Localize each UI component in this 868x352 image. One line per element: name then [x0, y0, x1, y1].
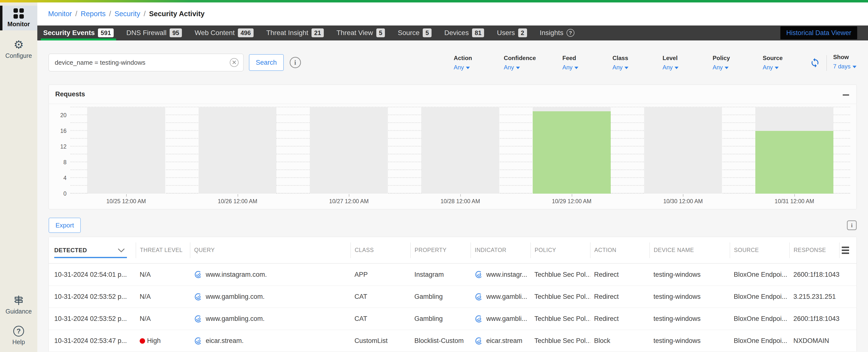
table-info-icon[interactable]: i	[847, 220, 857, 230]
filter-action[interactable]: ActionAny	[454, 55, 477, 71]
x-axis-label: 10/26 12:00 AM	[182, 198, 293, 205]
cell-text: 2600:1f18:1043...	[794, 315, 839, 323]
x-axis-tick	[794, 194, 795, 197]
chart-day-column	[182, 107, 293, 193]
sidebar-item-guidance[interactable]: Guidance	[0, 295, 37, 315]
sidebar-item-monitor[interactable]: Monitor	[0, 6, 37, 30]
filter-value[interactable]: Any	[763, 64, 786, 71]
table-header-row: DetectedThreat LevelQueryClassPropertyIn…	[49, 237, 857, 263]
day-band	[310, 107, 388, 193]
chevron-down-icon	[516, 67, 520, 69]
column-header-indicator[interactable]: Indicator	[471, 242, 530, 258]
filter-value[interactable]: Any	[613, 64, 636, 71]
show-range-dropdown[interactable]: Show 7 days	[833, 54, 857, 70]
dossier-lookup-icon[interactable]	[474, 337, 483, 345]
chart-day-column	[627, 107, 739, 193]
chevron-down-icon	[775, 67, 779, 69]
filter-selected-value: Any	[713, 64, 723, 71]
dossier-lookup-icon[interactable]	[194, 337, 203, 345]
monitor-grid-icon	[13, 8, 24, 19]
tab-web-content[interactable]: Web Content496	[195, 26, 254, 40]
breadcrumb-link-security[interactable]: Security	[114, 10, 140, 17]
cell-text: Redirect	[594, 271, 619, 278]
filter-policy[interactable]: PolicyAny	[713, 55, 736, 71]
cell-text: www.gambli...	[486, 315, 527, 323]
filter-feed[interactable]: FeedAny	[562, 55, 586, 71]
filter-value[interactable]: Any	[562, 64, 586, 71]
dossier-lookup-icon[interactable]	[474, 292, 483, 301]
x-axis-tick	[126, 194, 127, 197]
cell-text: Blocklist-Custom	[414, 337, 464, 345]
column-settings-button[interactable]	[839, 242, 850, 258]
breadcrumb-current: Security Activity	[149, 10, 205, 17]
column-header-property[interactable]: Property	[410, 242, 471, 258]
historical-data-viewer-button[interactable]: Historical Data Viewer	[780, 27, 857, 39]
breadcrumb-link-monitor[interactable]: Monitor	[48, 10, 72, 17]
search-info-icon[interactable]: i	[290, 57, 301, 68]
filter-level[interactable]: LevelAny	[662, 55, 686, 71]
dossier-lookup-icon[interactable]	[194, 315, 203, 323]
tab-devices[interactable]: Devices81	[444, 26, 484, 40]
table-row[interactable]: 10-31-2024 02:54:01 p...N/Awww.instagram…	[49, 263, 857, 286]
tab-insights[interactable]: Insights?	[540, 26, 575, 40]
dossier-lookup-icon[interactable]	[474, 315, 483, 323]
x-axis-label: 10/29 12:00 AM	[516, 198, 627, 205]
column-header-detected[interactable]: Detected	[49, 242, 136, 258]
chart-day-column	[739, 107, 850, 193]
filter-confidence[interactable]: ConfidenceAny	[504, 55, 536, 71]
filter-value[interactable]: Any	[504, 64, 536, 71]
chart-day-column	[405, 107, 516, 193]
cell-text: N/A	[140, 315, 151, 323]
clear-search-icon[interactable]: ✕	[230, 58, 239, 67]
filter-list: ActionAnyConfidenceAnyFeedAnyClassAnyLev…	[454, 55, 786, 71]
cell-text: testing-windows	[653, 337, 701, 345]
collapse-panel-button[interactable]	[842, 92, 850, 97]
column-header-action[interactable]: Action	[590, 242, 650, 258]
tab-security-events[interactable]: Security Events591	[43, 26, 114, 40]
filter-source[interactable]: SourceAny	[763, 55, 786, 71]
search-input[interactable]	[49, 54, 244, 71]
filter-value[interactable]: Any	[713, 64, 736, 71]
column-header-threat-level[interactable]: Threat Level	[136, 242, 190, 258]
tab-dns-firewall[interactable]: DNS Firewall95	[126, 26, 182, 40]
column-header-query[interactable]: Query	[190, 242, 350, 258]
tab-count-badge: 81	[472, 28, 484, 37]
tab-threat-view[interactable]: Threat View5	[337, 26, 385, 40]
column-header-source[interactable]: Source	[730, 242, 789, 258]
tab-users[interactable]: Users2	[497, 26, 527, 40]
cell-text: www.instagram.com.	[206, 271, 267, 278]
column-header-policy[interactable]: Policy	[530, 242, 590, 258]
chart-day-column	[70, 107, 182, 193]
column-header-response[interactable]: Response	[789, 242, 839, 258]
export-button[interactable]: Export	[49, 218, 81, 233]
cell-detected: 10-31-2024 02:53:52 p...	[49, 293, 136, 301]
table-row[interactable]: 10-31-2024 02:53:47 p...Higheicar.stream…	[49, 330, 857, 352]
filter-class[interactable]: ClassAny	[613, 55, 636, 71]
cell-text: BloxOne Endpoi...	[734, 315, 787, 323]
sidebar-item-configure[interactable]: ⚙ Configure	[0, 37, 37, 61]
dossier-lookup-icon[interactable]	[474, 270, 483, 279]
cell-indicator: eicar.stream	[471, 337, 530, 345]
tab-label: Insights	[540, 29, 564, 37]
column-header-class[interactable]: Class	[350, 242, 410, 258]
tab-source[interactable]: Source5	[398, 26, 432, 40]
cell-response: 2600:1f18:1043...	[789, 315, 839, 323]
tab-threat-insight[interactable]: Threat Insight21	[266, 26, 324, 40]
table-row[interactable]: 10-31-2024 02:53:52 p...N/Awww.gambling.…	[49, 286, 857, 308]
filter-label: Policy	[713, 55, 736, 62]
sidebar-item-help[interactable]: ? Help	[0, 326, 37, 346]
requests-bar[interactable]	[755, 131, 833, 193]
dossier-lookup-icon[interactable]	[194, 292, 203, 301]
requests-bar[interactable]	[533, 111, 611, 193]
cell-text: Techblue Sec Pol...	[534, 293, 590, 301]
search-button[interactable]: Search	[249, 54, 284, 71]
column-header-device-name[interactable]: Device Name	[650, 242, 730, 258]
filter-value[interactable]: Any	[662, 64, 686, 71]
tab-label: Threat Insight	[266, 29, 308, 37]
dossier-lookup-icon[interactable]	[194, 270, 203, 279]
table-row[interactable]: 10-31-2024 02:53:52 p...N/Awww.gambling.…	[49, 308, 857, 330]
filter-value[interactable]: Any	[454, 64, 477, 71]
breadcrumb-link-reports[interactable]: Reports	[81, 10, 106, 17]
sort-chevron-icon[interactable]	[118, 248, 125, 253]
refresh-button[interactable]	[810, 58, 820, 69]
